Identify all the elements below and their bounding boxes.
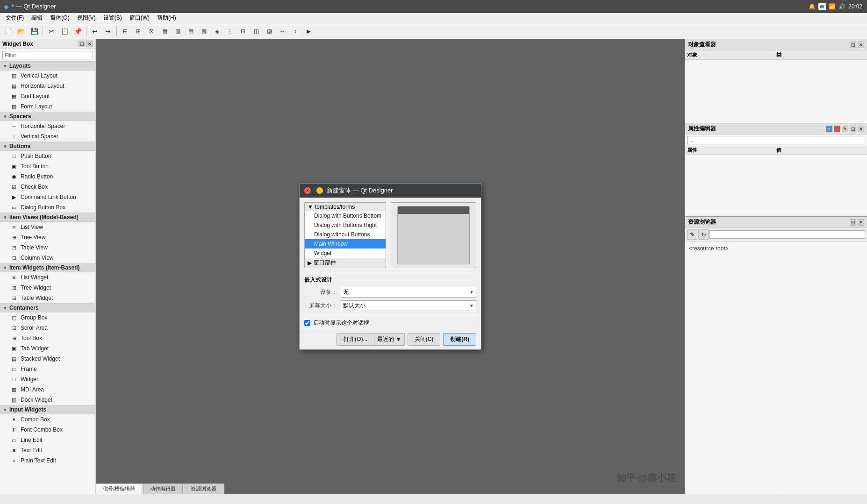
widget-v-spacer[interactable]: ↕ Vertical Spacer — [0, 131, 95, 142]
toolbar-undo[interactable]: ↩ — [89, 25, 101, 37]
open-button[interactable]: 打开(O)... — [337, 333, 374, 346]
toolbar-layout2[interactable]: ⊞ — [132, 25, 144, 37]
widget-form-layout[interactable]: ▧ Form Layout — [0, 101, 95, 112]
toolbar-layout8[interactable]: ◈ — [211, 25, 223, 37]
resource-filter-input[interactable] — [709, 230, 865, 239]
object-inspector-close[interactable]: ✕ — [858, 42, 864, 48]
widget-mdi-area[interactable]: ▦ MDI Area — [0, 384, 95, 395]
toolbar-layout14[interactable]: ↕ — [289, 25, 301, 37]
toolbar-layout10[interactable]: ⊡ — [237, 25, 249, 37]
widget-group-box[interactable]: ▢ Group Box — [0, 312, 95, 323]
tab-signal-slot[interactable]: 信号/槽编辑器 — [96, 483, 142, 494]
template-dialog-no-buttons[interactable]: Dialog without Buttons — [305, 230, 386, 239]
category-layouts[interactable]: ▼ Layouts — [0, 61, 95, 71]
tab-resource-browser-bottom[interactable]: 资源浏览器 — [184, 483, 223, 494]
widget-grid-layout[interactable]: ▦ Grid Layout — [0, 91, 95, 101]
show-dialog-checkbox[interactable] — [304, 320, 310, 326]
property-editor-close[interactable]: ✕ — [858, 126, 864, 132]
widget-tab-widget[interactable]: ▣ Tab Widget — [0, 343, 95, 354]
prop-edit-btn[interactable]: ✎ — [842, 126, 848, 132]
widget-tree-widget[interactable]: ⊞ Tree Widget — [0, 283, 95, 293]
widget-combo-box[interactable]: ▾ Combo Box — [0, 414, 95, 425]
resource-edit-btn[interactable]: ✎ — [687, 229, 697, 240]
widget-table-view[interactable]: ⊟ Table View — [0, 242, 95, 253]
menu-window[interactable]: 窗口(W) — [126, 13, 153, 23]
resource-browser-float[interactable]: ◱ — [850, 219, 856, 226]
widget-box-close-btn[interactable]: ✕ — [86, 41, 93, 47]
widget-table-widget[interactable]: ⊟ Table Widget — [0, 293, 95, 303]
widget-list-widget[interactable]: ≡ List Widget — [0, 272, 95, 283]
toolbar-new[interactable]: 📄 — [2, 25, 14, 37]
recent-dropdown[interactable]: 最近的 ▼ — [374, 333, 404, 346]
template-category[interactable]: ▼ templates/forms — [305, 203, 386, 211]
widget-push-button[interactable]: □ Push Button — [0, 151, 95, 161]
toolbar-layout7[interactable]: ▧ — [198, 25, 210, 37]
toolbar-layout3[interactable]: ⊠ — [145, 25, 158, 37]
widget-tree-view[interactable]: ⊞ Tree View — [0, 232, 95, 242]
widget-list-view[interactable]: ≡ List View — [0, 222, 95, 232]
widget-box-float-btn[interactable]: ◱ — [79, 41, 85, 47]
widget-line-edit[interactable]: ▭ Line Edit — [0, 435, 95, 445]
object-inspector-float[interactable]: ◱ — [850, 42, 856, 48]
widget-text-edit[interactable]: ≡ Text Edit — [0, 445, 95, 455]
widget-vertical-layout[interactable]: ▥ Vertical Layout — [0, 71, 95, 81]
central-canvas[interactable]: ✕ 新建窗体 — Qt Designer ▼ templates/forms — [96, 39, 685, 494]
toolbar-cut[interactable]: ✂ — [45, 25, 57, 37]
create-button[interactable]: 创建(R) — [443, 333, 476, 346]
subcategory-window-parts[interactable]: ▶ 窗口部件 — [305, 258, 386, 268]
tab-action-editor[interactable]: 动作编辑器 — [143, 483, 183, 494]
template-main-window[interactable]: Main Window — [305, 239, 386, 248]
menu-settings[interactable]: 设置(S) — [100, 13, 126, 23]
widget-command-link[interactable]: ▶ Command Link Button — [0, 192, 95, 202]
widget-column-view[interactable]: ⊡ Column View — [0, 253, 95, 263]
prop-remove-btn[interactable]: − — [834, 126, 840, 132]
close-button[interactable]: 关闭(C) — [408, 333, 441, 346]
widget-frame[interactable]: ▭ Frame — [0, 364, 95, 374]
menu-edit[interactable]: 编辑 — [28, 13, 46, 23]
toolbar-layout9[interactable]: ⋮ — [224, 25, 236, 37]
menu-view[interactable]: 视图(V) — [73, 13, 100, 23]
widget-radio-button[interactable]: ◉ Radio Button — [0, 171, 95, 182]
template-dialog-buttons-bottom[interactable]: Dialog with Buttons Bottom — [305, 211, 386, 220]
property-filter-input[interactable] — [687, 136, 865, 144]
dialog-close-button[interactable]: ✕ — [304, 187, 311, 194]
toolbar-layout13[interactable]: ↔ — [276, 25, 288, 37]
toolbar-paste[interactable]: 📌 — [72, 25, 84, 37]
widget-h-spacer[interactable]: ↔ Horizontal Spacer — [0, 121, 95, 131]
widget-horizontal-layout[interactable]: ▤ Horizontal Layout — [0, 81, 95, 91]
category-containers[interactable]: ▼ Containers — [0, 303, 95, 312]
toolbar-copy[interactable]: 📋 — [58, 25, 71, 37]
widget-tool-button[interactable]: ▣ Tool Button — [0, 161, 95, 171]
prop-add-btn[interactable]: + — [826, 126, 832, 132]
toolbar-layout5[interactable]: ▥ — [172, 25, 184, 37]
widget-widget[interactable]: □ Widget — [0, 374, 95, 384]
screen-size-combo[interactable]: 默认大小 ▼ — [341, 300, 476, 311]
menu-help[interactable]: 帮助(H) — [153, 13, 180, 23]
category-buttons[interactable]: ▼ Buttons — [0, 142, 95, 151]
template-widget[interactable]: Widget — [305, 248, 386, 258]
widget-tool-box[interactable]: ⊞ Tool Box — [0, 333, 95, 343]
widget-plain-text-edit[interactable]: ≡ Plain Text Edit — [0, 455, 95, 466]
category-item-widgets[interactable]: ▼ Item Widgets (Item-Based) — [0, 263, 95, 272]
widget-scroll-area[interactable]: ⊟ Scroll Area — [0, 323, 95, 333]
toolbar-layout12[interactable]: ▨ — [263, 25, 275, 37]
resource-refresh-btn[interactable]: ↻ — [698, 229, 709, 240]
category-spacers[interactable]: ▼ Spacers — [0, 112, 95, 121]
toolbar-redo[interactable]: ↪ — [102, 25, 114, 37]
widget-dock-widget[interactable]: ▥ Dock Widget — [0, 395, 95, 405]
toolbar-preview[interactable]: ▶ — [302, 25, 315, 37]
toolbar-layout4[interactable]: ▦ — [158, 25, 171, 37]
resource-browser-close[interactable]: ✕ — [858, 219, 864, 226]
category-input-widgets[interactable]: ▼ Input Widgets — [0, 405, 95, 414]
template-dialog-buttons-right[interactable]: Dialog with Buttons Right — [305, 220, 386, 230]
dialog-min-button[interactable] — [316, 187, 323, 194]
widget-filter-input[interactable] — [2, 51, 93, 59]
toolbar-layout6[interactable]: ▤ — [185, 25, 197, 37]
widget-stacked-widget[interactable]: ▤ Stacked Widget — [0, 354, 95, 364]
device-combo[interactable]: 无 ▼ — [341, 287, 476, 298]
toolbar-save[interactable]: 💾 — [28, 25, 40, 37]
widget-font-combo-box[interactable]: F Font Combo Box — [0, 425, 95, 435]
menu-form[interactable]: 窗体(O) — [46, 13, 73, 23]
toolbar-layout1[interactable]: ⊟ — [119, 25, 131, 37]
property-editor-float[interactable]: ◱ — [850, 126, 856, 132]
